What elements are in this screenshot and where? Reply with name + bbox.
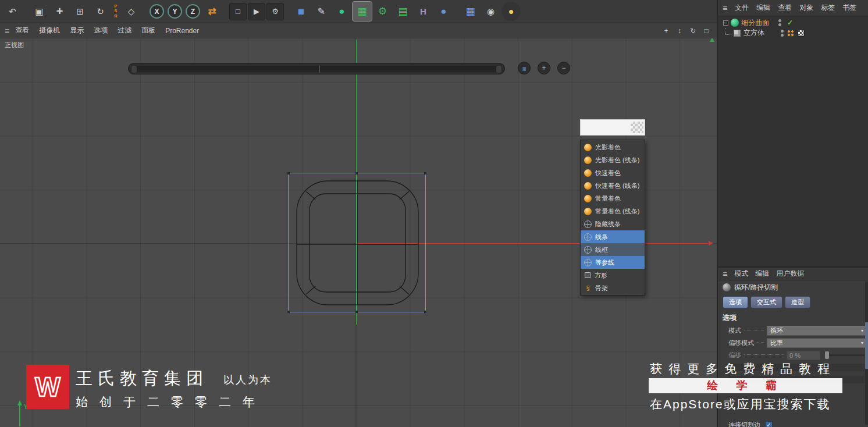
display-mode-item[interactable]: 隐藏线条 <box>581 218 645 230</box>
display-mode-item[interactable]: 骨架 <box>581 282 645 294</box>
scrollbar-thumb[interactable] <box>865 322 868 369</box>
camera-button[interactable]: ◉ <box>481 2 500 21</box>
object-row-subdivision-surface[interactable]: 细分曲面 ✓ <box>718 16 868 27</box>
axis-center-button[interactable]: H <box>414 2 433 21</box>
offset-slider-knob[interactable] <box>825 351 829 359</box>
selection-handle[interactable] <box>355 172 358 175</box>
attribute-tab[interactable]: 选项 <box>723 296 748 308</box>
add-cube-button[interactable]: ■ <box>291 2 311 21</box>
attribute-tab[interactable]: 造型 <box>785 296 810 308</box>
selection-tag-icon[interactable] <box>787 30 794 37</box>
subdivided-cube-wireframe[interactable] <box>289 173 426 313</box>
coordinate-system-button[interactable]: ⇄ <box>202 2 222 21</box>
move-tool-icon[interactable]: + <box>50 2 69 21</box>
scale-tool-icon[interactable]: ⊞ <box>70 2 90 21</box>
viewport-menu-item[interactable]: ProRender <box>165 27 199 35</box>
generators-button[interactable]: ● <box>332 2 351 21</box>
viewport-menu-item[interactable]: 查看 <box>15 26 29 35</box>
toolbar-separator[interactable] <box>285 2 290 21</box>
attributes-scrollbar[interactable] <box>865 282 868 425</box>
viewport-menu-item[interactable]: 面板 <box>141 26 155 35</box>
display-mode-item[interactable]: 快速着色 (线条) <box>581 179 645 192</box>
om-menu-item[interactable]: 书签 <box>842 3 856 13</box>
selected-object-bounding-box[interactable] <box>288 173 426 312</box>
display-mode-item[interactable]: 等参线 <box>581 256 645 269</box>
enabled-check-icon[interactable]: ✓ <box>787 19 793 27</box>
deformers-button[interactable]: ⚙ <box>373 2 392 21</box>
y-axis-lock-button[interactable]: Y <box>168 4 182 19</box>
display-mode-item[interactable]: 线条 <box>581 230 645 243</box>
visibility-dots[interactable] <box>781 30 784 37</box>
visibility-dots[interactable] <box>778 19 781 26</box>
texture-tag-icon[interactable] <box>798 30 805 37</box>
mode-select[interactable]: 循环 ▾ <box>767 326 867 336</box>
rotate-view-icon[interactable]: ↻ <box>688 27 698 35</box>
hamburger-icon[interactable]: ≡ <box>723 269 727 279</box>
undo-icon[interactable]: ↶ <box>3 2 22 21</box>
display-mode-item[interactable]: 光影着色 (线条) <box>581 154 645 166</box>
display-mode-item[interactable]: 线框 <box>581 243 645 256</box>
offset-slider[interactable] <box>825 354 865 356</box>
viewport-menu-item[interactable]: 摄像机 <box>39 26 60 35</box>
render-view-button[interactable]: □ <box>229 3 247 20</box>
selection-handle[interactable] <box>424 172 426 175</box>
hamburger-icon[interactable]: ≡ <box>723 3 727 13</box>
toolbar-separator[interactable] <box>223 2 228 21</box>
playback-bars-button[interactable]: ||| <box>518 62 531 74</box>
om-menu-item[interactable]: 编辑 <box>756 3 770 13</box>
am-menu-item[interactable]: 用户数据 <box>776 269 804 279</box>
timeline-slider[interactable] <box>128 63 505 74</box>
maximize-view-icon[interactable]: □ <box>702 27 711 35</box>
light-button[interactable]: ● <box>501 2 521 21</box>
am-menu-item[interactable]: 模式 <box>734 269 748 279</box>
clone-array-button[interactable]: ▤ <box>393 2 412 21</box>
attribute-tab[interactable]: 交互式 <box>750 296 782 308</box>
selection-handle[interactable] <box>355 311 358 313</box>
timeline-current-marker[interactable] <box>319 66 320 73</box>
om-menu-item[interactable]: 标签 <box>821 3 835 13</box>
display-mode-item[interactable]: 方形 <box>581 269 645 282</box>
render-picture-viewer-button[interactable]: ▶ <box>248 3 265 20</box>
toolbar-separator[interactable] <box>142 2 147 21</box>
live-selection-icon[interactable]: ▣ <box>30 2 49 21</box>
zoom-view-icon[interactable]: ↕ <box>675 27 684 35</box>
am-menu-item[interactable]: 编辑 <box>755 269 769 279</box>
selection-handle[interactable] <box>287 311 290 313</box>
display-mode-item[interactable]: 快速着色 <box>581 166 645 179</box>
offset-mode-select[interactable]: 比率 ▾ <box>767 339 867 348</box>
floor-button[interactable]: ▦ <box>461 2 480 21</box>
zoom-out-button[interactable]: − <box>557 62 570 74</box>
subdivision-surface-button[interactable]: ▦ <box>353 2 372 21</box>
offset-value-field[interactable]: 0 % <box>787 351 820 360</box>
spline-pen-button[interactable]: ✎ <box>312 2 331 21</box>
timeline-track[interactable] <box>131 66 502 72</box>
selection-handle[interactable] <box>424 311 426 313</box>
connect-cuts-checkbox[interactable]: ✓ <box>765 421 773 427</box>
object-label[interactable]: 细分曲面 <box>741 18 775 28</box>
coordinate-plane-icon[interactable]: ◇ <box>122 2 141 21</box>
toolbar-separator[interactable] <box>454 2 460 21</box>
selection-handle[interactable] <box>287 172 290 175</box>
om-menu-item[interactable]: 查看 <box>778 3 792 13</box>
zoom-in-button[interactable]: + <box>538 62 550 74</box>
timeline-end-cap[interactable] <box>496 66 501 73</box>
render-settings-button[interactable]: ⚙ <box>266 3 284 20</box>
viewport-menu-item[interactable]: 选项 <box>94 26 108 35</box>
object-row-cube[interactable]: 立方体 <box>718 27 868 38</box>
object-label[interactable]: 立方体 <box>744 28 777 38</box>
display-mode-item[interactable]: 常量着色 (线条) <box>581 205 645 218</box>
metaball-button[interactable]: ● <box>434 2 453 21</box>
display-mode-item[interactable]: 常量着色 <box>581 192 645 205</box>
psr-lock-icon[interactable]: P S R <box>111 2 120 21</box>
expand-toggle-icon[interactable] <box>723 20 728 26</box>
hamburger-icon[interactable]: ≡ <box>5 26 9 35</box>
toolbar-separator[interactable] <box>23 2 29 21</box>
rotate-tool-icon[interactable]: ↻ <box>91 2 110 21</box>
pan-view-icon[interactable]: + <box>661 27 671 35</box>
z-axis-lock-button[interactable]: Z <box>186 4 200 19</box>
om-menu-item[interactable]: 对象 <box>799 3 813 13</box>
om-menu-item[interactable]: 文件 <box>735 3 749 13</box>
timeline-start-cap[interactable] <box>131 66 137 73</box>
display-mode-item[interactable]: 光影着色 <box>581 141 645 154</box>
viewport-menu-item[interactable]: 过滤 <box>118 26 131 35</box>
